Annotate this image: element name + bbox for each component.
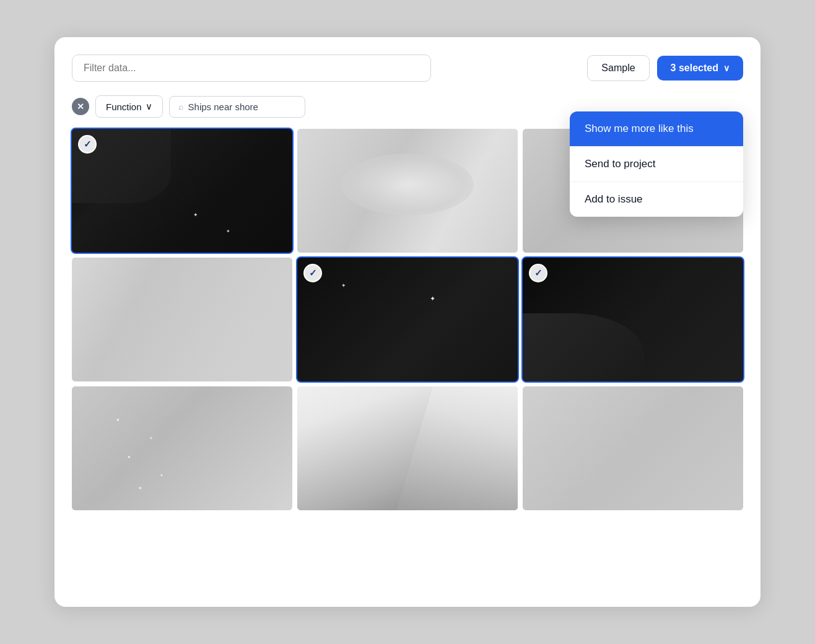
image-cell-6[interactable]: ✓ [523,258,743,381]
search-icon: ⌕ [178,102,183,111]
chevron-down-icon: ∨ [723,63,730,73]
check-icon: ✓ [309,268,317,279]
filter-input[interactable] [72,54,431,82]
function-filter-button[interactable]: Function ∨ [95,95,163,118]
check-icon: ✓ [84,139,92,150]
dropdown-item-add-to-issue[interactable]: Add to issue [570,182,743,217]
check-badge-5: ✓ [303,264,322,282]
image-cell-8[interactable] [297,386,518,510]
app-container: Sample 3 selected ∨ ✕ Function ∨ ⌕ Ships… [54,37,761,607]
image-cell-1[interactable]: ✦ ✦ ✓ [72,129,292,253]
dropdown-item-send-to-project[interactable]: Send to project [570,147,743,181]
selected-button[interactable]: 3 selected ∨ [657,56,743,80]
check-badge-6: ✓ [529,264,547,282]
function-label: Function [106,102,142,112]
close-icon: ✕ [77,102,84,111]
image-cell-9[interactable] [523,386,743,510]
sample-button[interactable]: Sample [587,55,649,81]
image-cell-4[interactable] [72,258,292,381]
filter-close-button[interactable]: ✕ [72,98,89,115]
header: Sample 3 selected ∨ [72,54,743,82]
search-filter: ⌕ Ships near shore [169,96,305,118]
dropdown-menu: Show me more like this Send to project A… [570,111,743,217]
dropdown-item-more-like-this[interactable]: Show me more like this [570,111,743,146]
filter-input-wrapper [72,54,431,82]
image-cell-5[interactable]: ✦ ✦ ✓ [297,258,518,381]
check-icon: ✓ [534,268,543,279]
selected-label: 3 selected [671,63,718,74]
header-actions: Sample 3 selected ∨ [587,55,743,81]
check-badge-1: ✓ [78,135,97,154]
image-cell-2[interactable] [297,129,518,253]
function-chevron-icon: ∨ [146,101,152,112]
image-cell-7[interactable]: ✦ ✦ ✦ ✦ ✦ [72,386,292,510]
search-text: Ships near shore [188,102,258,112]
